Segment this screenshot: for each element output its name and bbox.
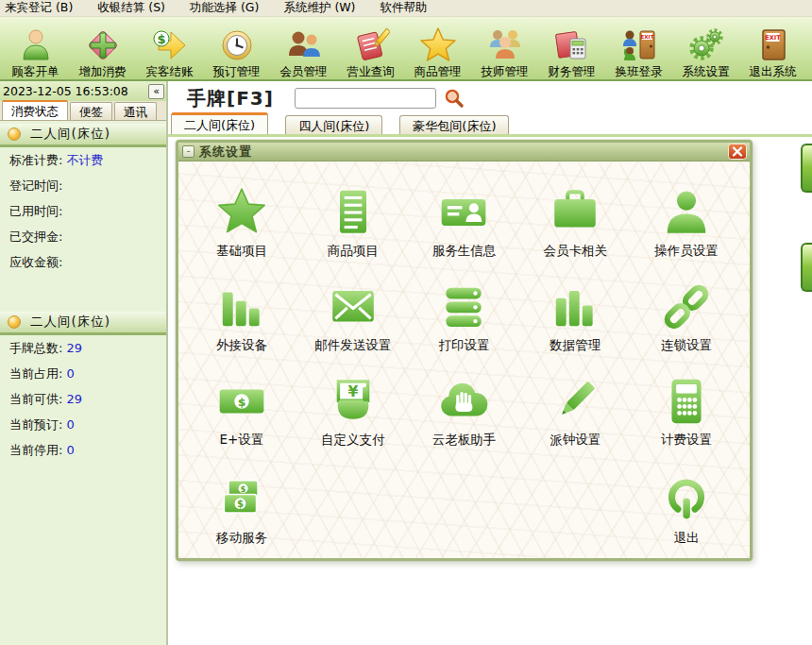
settings-item-label: 派钟设置 — [550, 432, 601, 449]
power-icon — [660, 473, 713, 526]
settings-item-print[interactable]: 打印设置 — [409, 265, 520, 360]
toolbar-finance-button[interactable]: 财务管理 — [538, 18, 605, 78]
person-icon — [660, 186, 713, 239]
settings-item-data-manage[interactable]: 数据管理 — [519, 265, 631, 360]
toolbar-label: 退出系统 — [750, 64, 797, 78]
toolbar-label: 财务管理 — [549, 64, 596, 78]
sidebar-panel: 二人间(床位) 标准计费: 不计费 登记时间: 已用时间: 已交押金: — [0, 121, 166, 645]
status-ball-icon — [8, 315, 21, 329]
toolbar-label: 增加消费 — [79, 64, 127, 78]
datetime-text: 2023-12-05 16:53:08 — [3, 84, 128, 98]
settings-item-label: 会员卡相关 — [544, 243, 608, 260]
settings-item-base[interactable]: 基础项目 — [186, 171, 297, 265]
close-icon[interactable] — [728, 144, 747, 160]
settings-item-billing[interactable]: 计费设置 — [631, 360, 742, 454]
toolbar-label: 营业查询 — [347, 64, 395, 78]
cloud-hand-icon — [437, 375, 490, 428]
star-icon — [419, 26, 457, 64]
status-ball-icon — [8, 127, 21, 141]
hand-tag-search-input[interactable] — [295, 88, 436, 109]
toolbar-business-query-button[interactable]: 营业查询 — [337, 18, 404, 78]
checkout-arrow-dollar-icon: $ — [151, 26, 189, 64]
exit-door-icon: EXIT — [754, 26, 792, 64]
menu-item-cashier[interactable]: 收银结算 (S) — [97, 0, 165, 16]
field-standard-billing: 标准计费: 不计费 — [0, 147, 166, 173]
gears-icon — [687, 26, 725, 64]
tab-luxury-room[interactable]: 豪华包间(床位) — [399, 115, 509, 134]
menu-item-functions[interactable]: 功能选择 (G) — [190, 0, 259, 16]
toolbar-add-consume-button[interactable]: 增加消费 — [69, 18, 136, 78]
toolbar-label: 技师管理 — [482, 64, 529, 78]
calculator-icon — [660, 375, 713, 428]
svg-text:$: $ — [237, 499, 244, 509]
settings-item-eplus[interactable]: $ E+设置 — [186, 360, 297, 454]
toolbar-exit-system-button[interactable]: EXIT 退出系统 — [739, 18, 806, 78]
sidebar-tab-comms[interactable]: 通讯 — [114, 102, 157, 120]
briefcase-icon — [549, 186, 601, 239]
settings-item-label: 商品项目 — [328, 243, 379, 260]
field-label: 当前占用: — [9, 365, 62, 382]
field-available: 当前可供: 29 — [0, 386, 166, 412]
toolbar-member-button[interactable]: 会员管理 — [270, 18, 337, 78]
toolbar-shift-login-button[interactable]: EXIT 换班登录 — [605, 18, 672, 78]
chain-link-icon — [660, 280, 713, 333]
menu-item-help[interactable]: 软件帮助 — [381, 0, 428, 16]
settings-item-label: E+设置 — [219, 432, 263, 449]
toolbar-open-order-button[interactable]: 顾客开单 — [2, 18, 69, 78]
settings-item-cloud-boss[interactable]: 云老板助手 — [409, 360, 520, 454]
settings-item-exit[interactable]: 退出 — [631, 454, 742, 552]
settings-item-operator[interactable]: 操作员设置 — [631, 171, 742, 265]
datetime-bar: 2023-12-05 16:53:08 « — [0, 81, 166, 101]
tab-two-person-room[interactable]: 二人间(床位) — [171, 112, 268, 134]
sidebar-tab-notes[interactable]: 便签 — [70, 102, 112, 120]
field-label: 标准计费: — [9, 152, 62, 169]
svg-text:EXIT: EXIT — [765, 34, 781, 42]
hand-tag-title: 手牌[F3] — [187, 86, 274, 111]
toolbar-goods-button[interactable]: 商品管理 — [404, 18, 471, 78]
settings-item-label: 移动服务 — [216, 530, 267, 547]
toolbar-system-settings-button[interactable]: 系统设置 — [672, 18, 739, 78]
main-header: 手牌[F3] — [168, 81, 812, 115]
field-label: 已用时间: — [9, 203, 62, 220]
settings-item-mail[interactable]: 邮件发送设置 — [297, 265, 409, 360]
sidebar-tab-consume-status[interactable]: 消费状态 — [2, 100, 68, 120]
clock-icon — [218, 26, 256, 64]
settings-item-label: 基础项目 — [216, 243, 267, 260]
tab-four-person-room[interactable]: 四人间(床位) — [285, 115, 382, 134]
sidebar-collapse-button[interactable]: « — [148, 84, 164, 99]
toolbar-reservation-button[interactable]: 预订管理 — [203, 18, 270, 78]
toolbar-label: 换班登录 — [616, 64, 663, 78]
field-register-time: 登记时间: — [0, 173, 166, 198]
field-deposit-paid: 已交押金: — [0, 224, 166, 249]
settings-item-mobile-service[interactable]: $ $ 移动服务 — [186, 454, 297, 552]
settings-item-dispatch[interactable]: 派钟设置 — [519, 360, 631, 454]
field-label: 已交押金: — [9, 229, 62, 246]
section-header-room-status: 二人间(床位) — [0, 124, 166, 147]
settings-item-label: 连锁设置 — [661, 337, 712, 354]
settings-item-goods[interactable]: 商品项目 — [297, 171, 409, 265]
toolbar-checkout-button[interactable]: $ 宾客结账 — [136, 18, 203, 78]
folder-calculator-icon — [553, 26, 591, 64]
menu-item-guest-register[interactable]: 来宾登记 (B) — [5, 0, 73, 16]
toolbar-label: 会员管理 — [280, 64, 328, 78]
bed-tag-button-partial[interactable] — [801, 243, 812, 292]
bar-chart-icon — [549, 280, 601, 333]
app-window: 来宾登记 (B) 收银结算 (S) 功能选择 (G) 系统维护 (W) 软件帮助… — [0, 0, 812, 645]
toolbar-label: 宾客结账 — [146, 64, 194, 78]
settings-item-external-device[interactable]: 外接设备 — [186, 265, 297, 360]
settings-item-custom-pay[interactable]: ¥ 自定义支付 — [297, 360, 409, 454]
settings-item-chain[interactable]: 连锁设置 — [631, 265, 742, 360]
menu-item-maintenance[interactable]: 系统维护 (W) — [283, 0, 355, 16]
settings-item-label: 计费设置 — [661, 432, 712, 449]
pencil-icon — [549, 375, 601, 428]
search-icon[interactable] — [444, 88, 465, 109]
toolbar: 顾客开单 增加消费 $ 宾客结账 预订管理 — [0, 17, 812, 81]
toolbar-technician-button[interactable]: 技师管理 — [471, 18, 538, 78]
bed-tag-button-partial[interactable] — [801, 144, 812, 193]
settings-item-waiter-info[interactable]: 服务生信息 — [409, 171, 520, 265]
two-people-icon — [285, 26, 323, 64]
settings-item-member-card[interactable]: 会员卡相关 — [519, 171, 631, 265]
banknotes-icon: $ $ — [215, 473, 268, 526]
svg-text:$: $ — [238, 395, 246, 409]
section-header-room-stats: 二人间(床位) — [0, 312, 166, 335]
